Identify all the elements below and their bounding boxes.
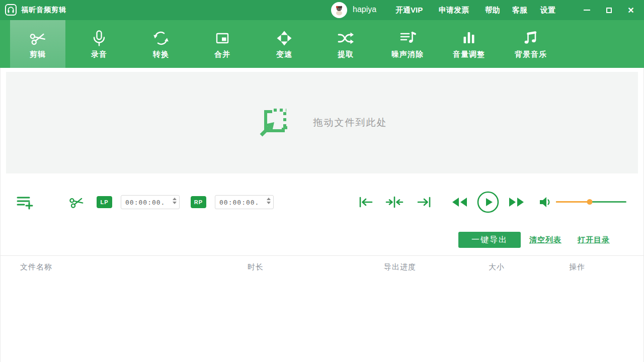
background-music-icon	[522, 29, 540, 48]
spinner-up-icon[interactable]	[267, 198, 271, 200]
fast-forward-icon	[508, 197, 525, 210]
volume-slider[interactable]	[556, 201, 626, 203]
menu-settings[interactable]: 设置	[540, 0, 555, 20]
tab-volume-adjust[interactable]: 音量调整	[441, 20, 497, 68]
table-divider	[0, 255, 644, 256]
noise-removal-icon	[398, 29, 417, 48]
username-label[interactable]: hapiya	[353, 5, 376, 14]
speaker-icon	[539, 196, 553, 210]
column-header-duration: 时长	[248, 262, 264, 272]
cut-scissors-icon	[68, 194, 85, 212]
tab-extract[interactable]: 提取	[318, 20, 373, 68]
menu-customer-service[interactable]: 客服	[512, 0, 527, 20]
fast-forward-button[interactable]	[508, 197, 525, 210]
toolbar: 剪辑 录音 转换	[0, 20, 644, 68]
tab-label: 转换	[153, 50, 169, 59]
menu-request-invoice[interactable]: 申请发票	[439, 0, 469, 20]
dropzone-inner: 拖动文件到此处	[257, 105, 387, 140]
maximize-icon	[606, 8, 612, 13]
volume-handle[interactable]	[587, 199, 593, 205]
app-window: 福昕音频剪辑 hapiya 开通VIP 申请发票 帮助 客服 设置 ✕	[0, 0, 644, 362]
titlebar: 福昕音频剪辑 hapiya 开通VIP 申请发票 帮助 客服 设置 ✕	[0, 0, 644, 20]
tab-noise-removal[interactable]: 噪声消除	[380, 20, 435, 68]
tab-merge[interactable]: 合并	[195, 20, 250, 68]
speed-icon	[275, 29, 293, 48]
tab-speed[interactable]: 变速	[257, 20, 312, 68]
file-dropzone[interactable]: 拖动文件到此处	[6, 72, 638, 173]
extract-icon	[337, 29, 355, 48]
rp-time-spinner[interactable]	[267, 198, 271, 204]
rp-time-input[interactable]	[215, 195, 274, 209]
scissors-icon	[29, 29, 47, 48]
column-header-export-progress: 导出进度	[384, 262, 416, 272]
collapse-to-center-button[interactable]	[385, 196, 404, 211]
dropzone-hint: 拖动文件到此处	[313, 116, 387, 129]
tab-label: 噪声消除	[391, 50, 424, 59]
column-header-size: 大小	[489, 262, 505, 272]
tab-record[interactable]: 录音	[71, 20, 127, 68]
tab-clip[interactable]: 剪辑	[10, 20, 65, 68]
tab-label: 剪辑	[30, 50, 46, 59]
merge-icon	[213, 29, 231, 48]
skip-end-icon	[416, 196, 433, 211]
rewind-button[interactable]	[451, 197, 468, 210]
tab-label: 音量调整	[453, 50, 485, 59]
lp-time-field	[121, 195, 180, 209]
app-title: 福昕音频剪辑	[21, 6, 66, 15]
menu-open-vip[interactable]: 开通VIP	[395, 0, 423, 20]
spinner-down-icon[interactable]	[173, 202, 177, 204]
convert-icon	[152, 29, 170, 48]
tab-label: 变速	[276, 50, 292, 59]
minimize-icon	[584, 10, 590, 11]
lp-time-spinner[interactable]	[173, 198, 177, 204]
skip-to-start-button[interactable]	[357, 196, 374, 211]
spinner-up-icon[interactable]	[173, 198, 177, 200]
collapse-center-icon	[385, 196, 404, 211]
tab-label: 录音	[91, 50, 107, 59]
column-header-actions: 操作	[569, 262, 585, 272]
open-folder-link[interactable]: 打开目录	[578, 235, 610, 245]
close-button[interactable]: ✕	[622, 0, 640, 20]
volume-adjust-icon	[460, 29, 478, 48]
column-header-filename: 文件名称	[20, 262, 52, 272]
drag-drop-icon	[257, 105, 289, 140]
tab-label: 合并	[214, 50, 230, 59]
spinner-down-icon[interactable]	[267, 202, 271, 204]
minimize-button[interactable]	[578, 0, 596, 20]
skip-start-icon	[357, 196, 374, 211]
cut-button[interactable]	[68, 194, 85, 212]
tab-label: 提取	[338, 50, 354, 59]
play-icon	[476, 191, 500, 216]
menu-help[interactable]: 帮助	[485, 0, 500, 20]
volume-fill	[556, 201, 590, 203]
tab-label: 背景音乐	[515, 50, 547, 59]
close-icon: ✕	[627, 6, 634, 15]
play-button[interactable]	[476, 191, 500, 216]
mute-button[interactable]	[539, 196, 553, 210]
lp-time-input[interactable]	[121, 195, 180, 209]
left-point-badge[interactable]: LP	[97, 196, 112, 208]
export-all-button[interactable]: 一键导出	[458, 232, 521, 248]
rewind-icon	[451, 197, 468, 210]
clear-list-link[interactable]: 清空列表	[529, 235, 561, 245]
skip-to-end-button[interactable]	[416, 196, 433, 211]
tab-convert[interactable]: 转换	[133, 20, 189, 68]
app-logo-icon	[5, 4, 17, 16]
add-playlist-icon	[17, 195, 34, 212]
tab-background-music[interactable]: 背景音乐	[503, 20, 558, 68]
microphone-icon	[90, 29, 108, 48]
add-to-list-button[interactable]	[17, 195, 34, 212]
right-point-badge[interactable]: RP	[191, 196, 206, 208]
rp-time-field	[215, 195, 274, 209]
maximize-button[interactable]	[600, 0, 618, 20]
user-avatar[interactable]	[331, 2, 347, 18]
